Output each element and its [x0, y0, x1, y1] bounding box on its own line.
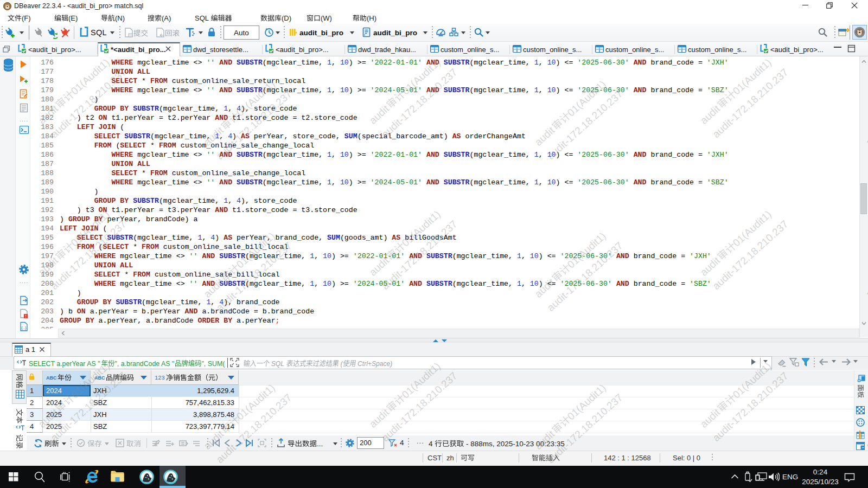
svg-text:(N): (N) — [115, 14, 125, 22]
svg-text:(D): (D) — [282, 14, 291, 22]
svg-text:(A): (A) — [162, 14, 171, 22]
svg-text:(F): (F) — [22, 14, 31, 22]
svg-text:142 : 1 : 12568: 142 : 1 : 12568 — [604, 454, 651, 462]
svg-text:(W): (W) — [321, 14, 332, 22]
svg-text:CST: CST — [427, 454, 442, 462]
svg-text:...: ... — [317, 440, 323, 448]
svg-text:SQL: SQL — [269, 359, 286, 368]
svg-text:{..}: {..} — [21, 325, 27, 330]
svg-text:(H): (H) — [367, 14, 376, 22]
svg-text:SQL: SQL — [195, 14, 210, 22]
svg-text:(E): (E) — [68, 14, 78, 22]
svg-text:Sel: 0 | 0: Sel: 0 | 0 — [673, 454, 700, 462]
svg-text:- 888ms, 2025-10-23 00:23:35: - 888ms, 2025-10-23 00:23:35 — [464, 440, 564, 448]
svg-text:(: ( — [339, 359, 343, 368]
svg-text:", SUM(: ", SUM( — [201, 359, 225, 368]
svg-text:", a.brandCode AS ": ", a.brandCode AS " — [114, 359, 174, 368]
svg-text:SELECT a.perYear AS ": SELECT a.perYear AS " — [29, 359, 100, 368]
svg-text:zh: zh — [446, 454, 454, 462]
svg-text:4: 4 — [429, 440, 435, 448]
svg-text:Ctrl+Space): Ctrl+Space) — [356, 359, 392, 368]
